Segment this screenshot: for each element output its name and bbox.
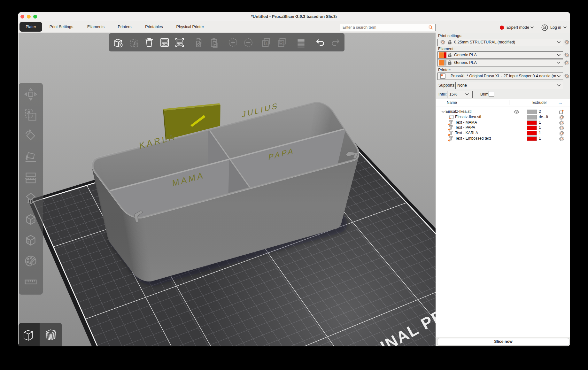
svg-text:0: 0	[264, 41, 267, 46]
svg-text:P: P	[279, 41, 282, 46]
